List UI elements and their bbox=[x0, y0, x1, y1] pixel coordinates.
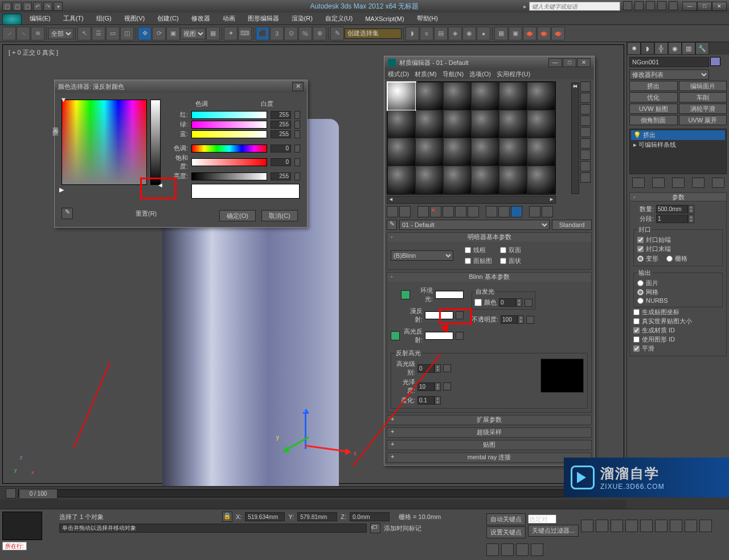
sample-slot[interactable] bbox=[416, 83, 443, 110]
coord-y-input[interactable] bbox=[297, 512, 337, 521]
tab-display-icon[interactable]: ▥ bbox=[682, 42, 695, 55]
uv-tiling-icon[interactable] bbox=[580, 116, 591, 126]
mat-menu-material[interactable]: 材质(M) bbox=[415, 70, 437, 79]
time-handle[interactable]: 0 / 100 bbox=[19, 489, 58, 499]
material-name-dropdown[interactable]: 01 - Default bbox=[399, 220, 550, 230]
diffuse-map-button[interactable] bbox=[456, 311, 464, 319]
goto-line[interactable]: 所在行: bbox=[2, 542, 27, 550]
assign-icon[interactable] bbox=[417, 206, 429, 217]
close-button[interactable]: ✕ bbox=[712, 2, 727, 11]
sample-slot[interactable] bbox=[388, 166, 415, 193]
sample-slot[interactable] bbox=[444, 166, 471, 193]
qat-redo-icon[interactable]: ↷ bbox=[43, 2, 52, 11]
select-by-mat-icon[interactable] bbox=[580, 161, 591, 171]
shader-params-header[interactable]: 明暗器基本参数 bbox=[387, 233, 591, 242]
wire-checkbox[interactable] bbox=[465, 247, 471, 253]
spec-level-input[interactable] bbox=[417, 364, 435, 373]
menu-group[interactable]: 组(G) bbox=[91, 13, 117, 24]
btn-uvwmap[interactable]: UVW 贴图 bbox=[629, 104, 678, 114]
snap3-icon[interactable]: 3 bbox=[270, 27, 284, 40]
background-icon[interactable] bbox=[580, 104, 591, 114]
tab-utilities-icon[interactable]: 🔧 bbox=[695, 42, 709, 55]
nav-pan-icon[interactable] bbox=[655, 520, 667, 532]
goto-start-icon[interactable] bbox=[581, 520, 593, 532]
shader-dropdown[interactable]: (B)Blinn bbox=[391, 250, 453, 261]
viewport-label[interactable]: [ + 0 正交 0 真实 ] bbox=[9, 48, 58, 57]
key-target-input[interactable] bbox=[528, 514, 556, 524]
speclevel-map-button[interactable] bbox=[443, 364, 451, 372]
morph-radio[interactable] bbox=[637, 256, 644, 262]
object-color-swatch[interactable] bbox=[710, 57, 720, 66]
pick-material-icon[interactable]: ✎ bbox=[387, 220, 397, 230]
cap-start-checkbox[interactable] bbox=[637, 237, 644, 243]
grid-radio[interactable] bbox=[666, 256, 673, 262]
options-icon[interactable] bbox=[580, 150, 591, 160]
color-ok-button[interactable]: 确定(O) bbox=[219, 210, 256, 221]
select-icon[interactable]: ↖ bbox=[77, 27, 91, 40]
backlight-icon[interactable] bbox=[580, 93, 591, 103]
time-config-icon[interactable] bbox=[6, 488, 16, 499]
hue-value[interactable]: 0 bbox=[271, 145, 291, 153]
goto-end-icon[interactable] bbox=[640, 520, 653, 532]
material-type-button[interactable]: Standard bbox=[552, 220, 592, 230]
faceted-checkbox[interactable] bbox=[500, 258, 506, 264]
sample-slot[interactable] bbox=[527, 166, 555, 193]
sample-slot[interactable] bbox=[416, 110, 443, 138]
maps-header[interactable]: 贴图 bbox=[387, 440, 591, 450]
snap-icon[interactable]: ⬛ bbox=[256, 27, 269, 40]
mat-id-icon[interactable] bbox=[580, 172, 591, 183]
render-prod-icon[interactable]: 🫖 bbox=[537, 27, 551, 40]
time-tag-icon[interactable]: 🏷 bbox=[370, 523, 380, 533]
blinn-params-header[interactable]: Blinn 基本参数 bbox=[387, 273, 591, 282]
sample-slot[interactable] bbox=[444, 83, 471, 110]
nav-fov-icon[interactable] bbox=[501, 543, 514, 556]
move-icon[interactable]: ✥ bbox=[138, 27, 151, 40]
supersampling-header[interactable]: 超级采样 bbox=[387, 428, 591, 437]
video-check-icon[interactable] bbox=[580, 127, 591, 137]
selfillum-map-button[interactable] bbox=[525, 299, 533, 307]
tab-hierarchy-icon[interactable]: ╬ bbox=[654, 42, 668, 55]
gloss-input[interactable] bbox=[417, 382, 435, 391]
prev-frame-icon[interactable] bbox=[596, 520, 608, 532]
blue-slider[interactable] bbox=[191, 130, 267, 138]
ambient-swatch[interactable] bbox=[435, 291, 464, 299]
value-strip[interactable] bbox=[150, 100, 161, 185]
make-unique-icon[interactable] bbox=[455, 206, 466, 217]
comm-icon[interactable] bbox=[634, 1, 644, 10]
named-selection-input[interactable] bbox=[345, 28, 402, 39]
nav-max-icon[interactable] bbox=[699, 520, 712, 532]
sample-slot[interactable] bbox=[499, 138, 527, 166]
nav-zoom2-icon[interactable] bbox=[486, 543, 499, 556]
btn-optimize[interactable]: 优化 bbox=[629, 92, 678, 102]
star-icon[interactable] bbox=[646, 1, 655, 10]
gen-matid-checkbox[interactable] bbox=[633, 327, 640, 333]
scale-icon[interactable]: ▣ bbox=[166, 27, 180, 40]
sat-slider[interactable] bbox=[191, 158, 267, 166]
color-close-button[interactable]: ✕ bbox=[292, 82, 304, 91]
eyedropper-icon[interactable]: ✎ bbox=[62, 208, 73, 219]
material-editor-icon[interactable]: ● bbox=[477, 27, 490, 40]
sample-slot[interactable] bbox=[472, 110, 499, 138]
realworld-checkbox[interactable] bbox=[633, 318, 640, 324]
mini-listener[interactable] bbox=[2, 512, 42, 540]
qat-undo-icon[interactable]: ↶ bbox=[33, 2, 42, 11]
mat-menu-util[interactable]: 实用程序(U) bbox=[497, 70, 530, 79]
btn-bevel[interactable]: 倒角剖面 bbox=[629, 115, 678, 125]
show-end-icon[interactable] bbox=[652, 178, 665, 188]
application-button[interactable] bbox=[2, 14, 22, 25]
menu-tools[interactable]: 工具(T) bbox=[58, 13, 89, 24]
put-to-scene-icon[interactable] bbox=[399, 206, 411, 217]
help3-icon[interactable] bbox=[669, 1, 678, 10]
btn-extrude[interactable]: 挤出 bbox=[629, 81, 678, 91]
menu-modifiers[interactable]: 修改器 bbox=[186, 13, 216, 24]
amount-spinner[interactable]: ▲▼ bbox=[688, 205, 694, 213]
spec-map-button[interactable] bbox=[456, 332, 464, 340]
opacity-value[interactable] bbox=[501, 315, 518, 324]
help2-icon[interactable] bbox=[657, 1, 666, 10]
hue-slider[interactable] bbox=[191, 145, 267, 153]
ext-params-header[interactable]: 扩展参数 bbox=[387, 415, 591, 425]
sample-slot[interactable] bbox=[527, 83, 555, 110]
percent-snap-icon[interactable]: % bbox=[298, 27, 312, 40]
cap-end-checkbox[interactable] bbox=[637, 246, 644, 252]
window-crossing-icon[interactable]: ◫ bbox=[120, 27, 134, 40]
